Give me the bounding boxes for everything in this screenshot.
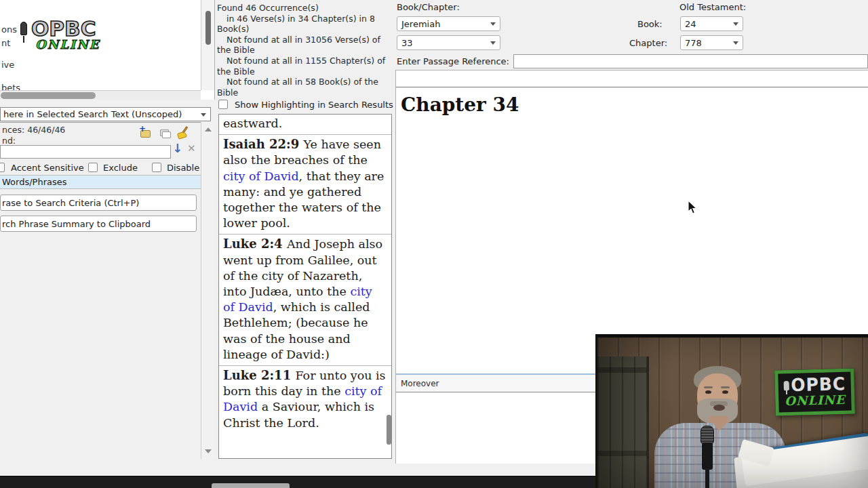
chapter-select-value: 33 [401, 38, 413, 48]
find-input[interactable] [0, 145, 171, 159]
search-verse-list: eastward. Isaiah 22:9 Ye have seen also … [218, 114, 392, 459]
bible-text-panel: Chapter 34 [395, 70, 868, 375]
disable-checkbox[interactable] [152, 163, 161, 172]
chapter-select[interactable]: 33 [397, 35, 500, 50]
microphone-icon [20, 22, 27, 35]
search-scope-value: here in Selected Search Text (Unscoped) [3, 109, 182, 119]
book-chapter-label: Book/Chapter: [397, 2, 460, 12]
logo-text-online: ONLINE [35, 37, 100, 52]
show-highlighting-checkbox[interactable] [218, 100, 228, 109]
left-navigation-panel: ons nt ive bets OPBC ONLINE [0, 0, 215, 100]
chevron-down-icon [733, 22, 738, 26]
search-results-summary: Found 46 Occurrence(s) in 46 Verse(s) in… [217, 3, 392, 98]
ot-book-value: 24 [685, 19, 696, 29]
clear-broom-icon[interactable] [176, 127, 190, 139]
verse-result-item[interactable]: Isaiah 22:9 Ye have seen also the breach… [223, 135, 387, 234]
scrollbar-thumb[interactable] [1, 92, 96, 99]
remove-phrase-icon[interactable]: ✕ [187, 142, 196, 155]
accent-sensitive-label: Accent Sensitive [11, 163, 84, 173]
ot-book-select[interactable]: 24 [680, 16, 743, 31]
vertical-scrollbar[interactable] [201, 0, 215, 90]
verse-result-item[interactable]: eastward. [223, 115, 387, 134]
old-testament-label: Old Testament: [679, 2, 746, 12]
opbc-online-logo: OPBC ONLINE [20, 16, 108, 58]
broom-head [177, 131, 187, 140]
add-phrase-to-criteria-button[interactable]: rase to Search Criteria (Ctrl+P) [0, 195, 197, 211]
copy-icon[interactable] [158, 127, 172, 140]
result-line: Not found at all in 31056 Verse(s) of th… [217, 35, 392, 56]
webcam-video-overlay: OPBC ONLINE [595, 334, 868, 488]
verse-result-item[interactable]: Luke 2:11 For unto you is born this day … [223, 366, 387, 434]
result-line: in 46 Verse(s) in 34 Chapter(s) in 8 Boo… [217, 14, 392, 35]
plus-glyph: + [139, 126, 145, 132]
show-highlighting-label: Show Highlighting in Search Results [235, 100, 393, 110]
list-item-truncated[interactable]: nt [1, 38, 10, 48]
copy-phrase-summary-button[interactable]: rch Phrase Summary to Clipboard [0, 216, 197, 232]
exclude-label: Exclude [103, 163, 138, 173]
occurrences-count: nces: 46/46/46 [2, 125, 65, 135]
passage-reference-input[interactable] [513, 54, 868, 68]
chevron-down-icon [490, 41, 496, 45]
criteria-scrollbar[interactable] [201, 122, 215, 459]
accent-sensitive-checkbox[interactable] [0, 163, 5, 172]
player-control-bar [0, 476, 597, 488]
result-line: Found 46 Occurrence(s) [217, 3, 392, 14]
exclude-checkbox[interactable] [88, 163, 98, 172]
search-term-highlight[interactable]: city of David [223, 169, 299, 183]
ot-book-label: Book: [637, 19, 663, 29]
verse-list-scrollbar-thumb[interactable] [387, 415, 391, 445]
scrollbar-thumb[interactable] [205, 11, 211, 45]
player-control-element [212, 483, 290, 488]
chevron-down-icon [201, 113, 206, 117]
ot-chapter-select[interactable]: 778 [680, 35, 743, 50]
result-line: Not found at all in 1155 Chapter(s) of t… [217, 56, 392, 77]
disable-label: Disable [167, 163, 199, 173]
scroll-down-icon[interactable] [205, 449, 212, 453]
mouse-cursor [688, 200, 698, 215]
list-item-truncated[interactable]: ons [1, 24, 17, 35]
move-down-arrow-icon[interactable]: ↓ [172, 141, 182, 155]
book-select[interactable]: Jeremiah [397, 16, 500, 31]
passage-reference-label: Enter Passage Reference: [397, 56, 509, 66]
add-phrase-icon[interactable]: + [139, 127, 153, 140]
search-scope-dropdown[interactable]: here in Selected Search Text (Unscoped) [0, 107, 211, 121]
chapter-divider [396, 87, 868, 87]
chapter-heading: Chapter 34 [401, 94, 868, 116]
result-line: Not found at all in 58 Book(s) of the Bi… [217, 77, 392, 98]
ot-chapter-label: Chapter: [629, 38, 667, 48]
list-item-truncated[interactable]: ive [1, 60, 14, 70]
sheet-shape [162, 131, 171, 138]
find-label: nd: [2, 136, 16, 146]
horizontal-scrollbar[interactable] [0, 90, 201, 100]
ot-chapter-value: 778 [685, 38, 702, 48]
chevron-down-icon [733, 41, 738, 45]
book-select-value: Jeremiah [401, 19, 440, 29]
scroll-up-icon[interactable] [205, 127, 212, 131]
show-highlighting-row: Show Highlighting in Search Results [218, 99, 228, 112]
words-phrases-header: Words/Phrases [0, 175, 201, 189]
chevron-down-icon [490, 22, 496, 26]
verse-result-item[interactable]: Luke 2:4 And Joseph also went up from Ga… [223, 235, 387, 365]
video-vignette [597, 338, 868, 488]
